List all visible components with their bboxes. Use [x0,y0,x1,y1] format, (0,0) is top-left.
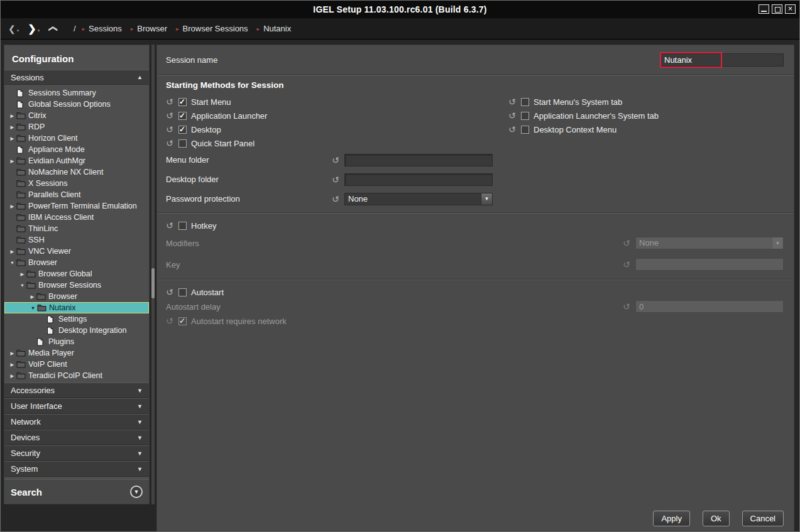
autostart-requires-network-checkbox [178,317,187,325]
reset-icon[interactable]: ↺ [166,288,178,296]
checkbox-row: ↺Quick Start Panel [166,136,508,150]
tree-item-horizon-client[interactable]: ▶Horizon Client [4,133,149,144]
breadcrumb-root[interactable]: / [74,24,76,33]
close-icon[interactable]: × [785,4,796,14]
triangle-right-icon: ▸ [131,26,134,32]
session-name-input[interactable] [661,54,783,66]
chevron-right-icon[interactable]: ▶ [8,113,16,119]
tree-item-settings[interactable]: Settings [4,313,149,325]
chevron-right-icon[interactable]: ▶ [8,249,16,254]
tree-item-media-player[interactable]: ▶Media Player [4,347,149,359]
reset-icon[interactable]: ↺ [508,97,521,106]
chevron-right-icon[interactable]: ▶ [8,373,16,379]
checkbox-start-menu[interactable] [178,98,187,106]
tree-item-rdp[interactable]: ▶RDP [4,121,149,133]
tree-item-browser[interactable]: ▶Browser [4,291,149,302]
tree-item-thinlinc[interactable]: ThinLinc [4,223,149,234]
checkbox-label: Quick Start Panel [191,139,255,148]
cancel-button[interactable]: Cancel [742,511,784,526]
tree-item-appliance-mode[interactable]: Appliance Mode [4,144,149,155]
reset-icon[interactable]: ↺ [166,97,178,106]
desktop-folder-input[interactable] [344,173,493,186]
file-icon [16,146,27,154]
tree-item-nutanix[interactable]: ▼Nutanix [4,302,149,313]
titlebar[interactable]: IGEL Setup 11.03.100.rc6.01 (Build 6.3.7… [1,1,799,18]
tree-item-browser[interactable]: ▼Browser [4,257,149,268]
ok-button[interactable]: Ok [703,511,730,526]
tree-item-global-session-options[interactable]: Global Session Options [4,99,149,110]
password-protection-select[interactable]: None ▼ [344,193,493,205]
reset-icon[interactable]: ↺ [508,111,521,120]
sidebar-section-network[interactable]: Network▼ [4,414,149,430]
sidebar-section-accessories[interactable]: Accessories▼ [4,383,149,398]
tree-item-browser-sessions[interactable]: ▼Browser Sessions [4,280,149,291]
reset-icon[interactable]: ↺ [332,195,344,204]
chevron-right-icon[interactable]: ▶ [18,271,26,277]
reset-icon[interactable]: ↺ [166,221,178,230]
chevron-right-icon[interactable]: ▶ [28,294,36,300]
autostart-checkbox[interactable] [178,288,187,296]
checkbox-desktop[interactable] [178,126,187,134]
tree-item-vnc-viewer[interactable]: ▶VNC Viewer [4,246,149,257]
breadcrumb-item-browser[interactable]: ▸Browser [131,24,167,33]
starting-methods-left-column: ↺Start Menu↺Application Launcher↺Desktop… [166,95,508,150]
sidebar-section-system[interactable]: System▼ [4,461,149,477]
checkbox-desktop-context-menu[interactable] [521,126,529,134]
maximize-icon[interactable] [772,4,782,14]
tree-item-evidian-authmgr[interactable]: ▶Evidian AuthMgr [4,155,149,166]
reset-icon[interactable]: ↺ [332,156,344,165]
tree-item-powerterm-terminal-emulation[interactable]: ▶PowerTerm Terminal Emulation [4,200,149,212]
tree-item-label: X Sessions [27,179,68,188]
chevron-right-icon[interactable]: ▶ [8,124,16,130]
chevron-down-icon[interactable]: ▼ [29,305,37,311]
chevron-down-icon: ▾ [17,27,19,35]
chevron-right-icon[interactable]: ▶ [8,350,16,356]
checkbox-quick-start-panel[interactable] [178,139,187,148]
apply-button[interactable]: Apply [653,511,690,526]
tree-item-label: Teradici PCoIP Client [27,371,102,380]
minimize-icon[interactable] [759,4,769,14]
reset-icon[interactable]: ↺ [166,125,178,134]
chevron-right-icon[interactable]: ▶ [8,158,16,164]
search-expand-button[interactable]: ▼ [130,486,143,498]
menu-folder-input[interactable] [344,154,493,166]
breadcrumb-item-nutanix[interactable]: ▸Nutanix [257,24,292,33]
reset-icon[interactable]: ↺ [332,175,344,184]
search-section[interactable]: Search ▼ [4,479,149,504]
tree-item-sessions-summary[interactable]: Sessions Summary [4,87,149,99]
chevron-right-icon[interactable]: ▶ [8,204,16,209]
checkbox-application-launcher-s-system-tab[interactable] [521,112,529,120]
scrollbar-thumb[interactable] [151,268,155,298]
tree-item-browser-global[interactable]: ▶Browser Global [4,268,149,280]
tree-item-parallels-client[interactable]: Parallels Client [4,189,149,200]
hotkey-checkbox[interactable] [178,222,187,230]
tree-item-plugins[interactable]: Plugins [4,336,149,347]
sidebar-section-security[interactable]: Security▼ [4,445,149,461]
forward-button[interactable]: ❯ ▾ [28,23,40,35]
tree-item-citrix[interactable]: ▶Citrix [4,110,149,121]
sessions-section-header[interactable]: Sessions ▲ [4,70,149,85]
reset-icon[interactable]: ↺ [166,139,178,148]
back-button[interactable]: ❮ ▾ [8,23,19,35]
sidebar-section-devices[interactable]: Devices▼ [4,430,149,445]
sidebar-section-user-interface[interactable]: User Interface▼ [4,398,149,414]
tree-item-voip-client[interactable]: ▶VoIP Client [4,359,149,370]
reset-icon[interactable]: ↺ [166,111,178,120]
tree-item-desktop-integration[interactable]: Desktop Integration [4,325,149,336]
checkbox-application-launcher[interactable] [178,112,187,120]
tree-item-teradici-pcoip-client[interactable]: ▶Teradici PCoIP Client [4,370,149,381]
breadcrumb-item-sessions[interactable]: ▸Sessions [82,24,122,33]
breadcrumb-item-browser-sessions[interactable]: ▸Browser Sessions [176,24,248,33]
chevron-right-icon[interactable]: ▶ [8,136,16,141]
chevron-right-icon[interactable]: ▶ [8,362,16,367]
reset-icon[interactable]: ↺ [508,125,521,134]
up-button[interactable]: ❯ [48,23,56,35]
tree-item-nomachine-nx-client[interactable]: NoMachine NX Client [4,166,149,178]
sidebar-scrollbar[interactable] [151,45,155,504]
checkbox-start-menu-s-system-tab[interactable] [521,98,529,106]
tree-item-ssh[interactable]: SSH [4,234,149,246]
chevron-down-icon[interactable]: ▼ [8,260,16,266]
tree-item-x-sessions[interactable]: X Sessions [4,178,149,189]
tree-item-ibm-iaccess-client[interactable]: IBM iAccess Client [4,212,149,223]
chevron-down-icon[interactable]: ▼ [18,283,26,288]
